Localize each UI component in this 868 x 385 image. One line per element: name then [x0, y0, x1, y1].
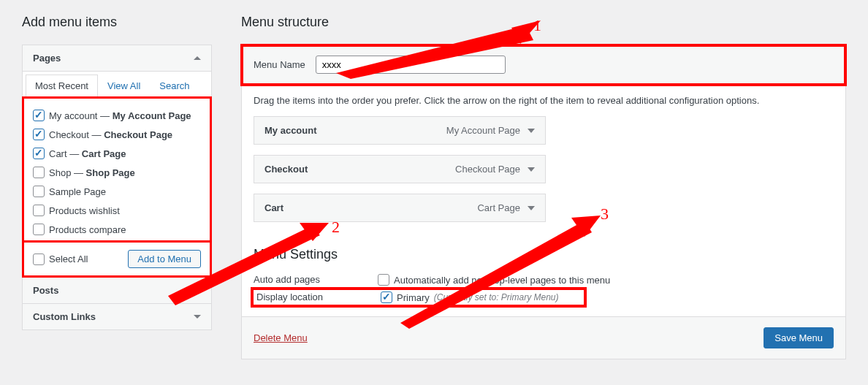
primary-hint: (Currently set to: Primary Menu) — [434, 292, 559, 302]
caret-down-icon — [194, 289, 201, 292]
caret-down-icon[interactable] — [528, 206, 535, 210]
page-item: Products wishlist — [33, 201, 207, 220]
custom-links-accordion: Custom Links — [22, 304, 212, 330]
annotation-number-3: 3 — [601, 205, 609, 224]
menu-item-type: Checkout Page — [455, 164, 535, 175]
select-all-checkbox[interactable] — [33, 254, 45, 265]
page-item: My account — My Account Page — [33, 106, 207, 125]
menu-settings: Menu Settings Auto add pages Automatical… — [242, 240, 845, 316]
page-item-text: Shop — Shop Page — [49, 167, 135, 178]
pages-list[interactable]: My account — My Account PageCheckout — C… — [22, 96, 212, 243]
auto-add-label: Auto add pages — [254, 274, 378, 285]
page-item-text: Products compare — [49, 224, 126, 235]
page-item: Checkout — Checkout Page — [33, 125, 207, 144]
display-location-label: Display location — [256, 291, 381, 302]
tab-search[interactable]: Search — [150, 75, 199, 97]
posts-accordion-header[interactable]: Posts — [23, 278, 211, 303]
tab-most-recent[interactable]: Most Recent — [26, 75, 98, 97]
menu-item-title: Checkout — [264, 164, 308, 175]
auto-add-checkbox[interactable] — [378, 274, 389, 286]
page-item: Shop — Shop Page — [33, 163, 207, 182]
add-menu-items-heading: Add menu items — [22, 15, 212, 30]
caret-up-icon — [194, 56, 201, 60]
drag-instructions: Drag the items into the order you prefer… — [242, 85, 845, 116]
primary-checkbox[interactable] — [381, 291, 392, 303]
posts-accordion: Posts — [22, 278, 212, 304]
page-item-checkbox[interactable] — [33, 110, 45, 121]
page-item-checkbox[interactable] — [33, 224, 45, 235]
page-item-checkbox[interactable] — [33, 205, 45, 216]
menu-item-title: Cart — [264, 202, 283, 213]
menu-settings-heading: Menu Settings — [254, 247, 834, 262]
page-item-label[interactable]: My account — My Account Page — [33, 110, 207, 121]
menu-footer: Delete Menu Save Menu — [242, 316, 845, 359]
page-item-label[interactable]: Sample Page — [33, 186, 207, 197]
add-menu-items-panel: Add menu items Pages Most Recent View Al… — [22, 15, 212, 359]
menu-item[interactable]: CartCart Page — [254, 194, 546, 222]
posts-label: Posts — [33, 285, 58, 296]
custom-links-accordion-header[interactable]: Custom Links — [23, 304, 211, 329]
menu-structure-heading: Menu structure — [241, 15, 846, 30]
page-item-checkbox[interactable] — [33, 186, 45, 197]
page-item-text: Cart — Cart Page — [49, 148, 126, 159]
page-item-text: My account — My Account Page — [49, 110, 191, 121]
menu-name-input[interactable] — [316, 56, 506, 74]
page-item-label[interactable]: Products wishlist — [33, 205, 207, 216]
page-item: Cart — Cart Page — [33, 144, 207, 163]
page-item-checkbox[interactable] — [33, 148, 45, 159]
annotation-number-1: 1 — [533, 16, 541, 35]
page-item-label[interactable]: Cart — Cart Page — [33, 148, 207, 159]
auto-add-text: Automatically add new top-level pages to… — [394, 275, 610, 286]
menu-name-row: Menu Name — [242, 45, 845, 85]
delete-menu-link[interactable]: Delete Menu — [254, 332, 308, 343]
page-item-checkbox[interactable] — [33, 167, 45, 178]
menu-name-label: Menu Name — [254, 59, 305, 70]
select-all-label: Select All — [49, 254, 88, 264]
menu-edit-box: Menu Name Drag the items into the order … — [241, 45, 846, 359]
page-item-label[interactable]: Checkout — Checkout Page — [33, 129, 207, 140]
menu-item-type: My Account Page — [446, 125, 535, 136]
caret-down-icon[interactable] — [528, 167, 535, 172]
add-to-menu-button[interactable]: Add to Menu — [128, 250, 201, 268]
select-all-row[interactable]: Select All — [33, 254, 88, 265]
pages-accordion-header[interactable]: Pages — [23, 45, 211, 72]
page-item-text: Sample Page — [49, 186, 106, 197]
menu-item[interactable]: CheckoutCheckout Page — [254, 155, 546, 183]
menu-item[interactable]: My accountMy Account Page — [254, 116, 546, 145]
menu-item-title: My account — [264, 125, 317, 136]
pages-label: Pages — [33, 53, 61, 64]
page-item-label[interactable]: Products compare — [33, 224, 207, 235]
page-item-text: Checkout — Checkout Page — [49, 129, 172, 140]
custom-links-label: Custom Links — [33, 311, 96, 322]
page-item-label[interactable]: Shop — Shop Page — [33, 167, 207, 178]
pages-tabs: Most Recent View All Search — [23, 72, 211, 97]
page-item: Products compare — [33, 220, 207, 239]
menu-item-type: Cart Page — [477, 202, 535, 213]
caret-down-icon — [194, 315, 201, 319]
caret-down-icon[interactable] — [528, 129, 535, 133]
page-item-text: Products wishlist — [49, 205, 120, 216]
tab-view-all[interactable]: View All — [98, 75, 150, 97]
pages-accordion: Pages Most Recent View All Search My acc… — [22, 45, 212, 278]
page-item-checkbox[interactable] — [33, 129, 45, 140]
primary-label: Primary — [397, 292, 430, 303]
annotation-number-2: 2 — [332, 218, 340, 237]
menu-structure-panel: Menu structure Menu Name Drag the items … — [241, 15, 846, 359]
page-item: Sample Page — [33, 182, 207, 201]
save-menu-button[interactable]: Save Menu — [764, 327, 834, 348]
